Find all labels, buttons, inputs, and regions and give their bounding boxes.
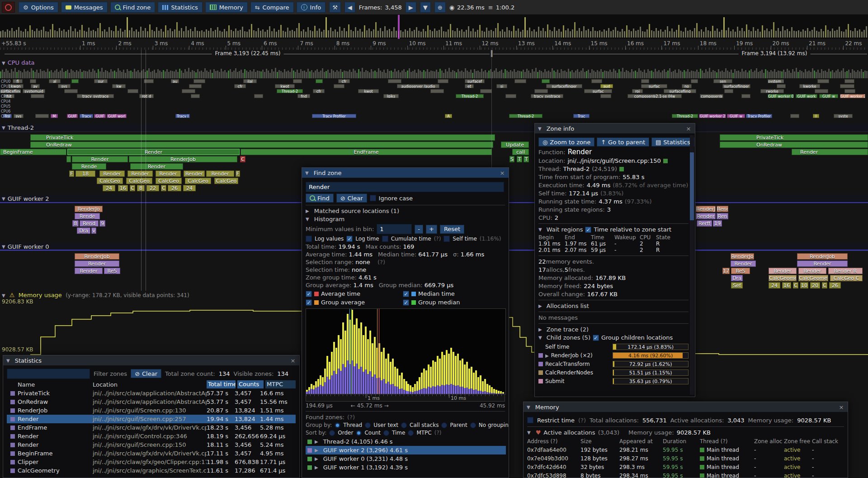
allocation-row[interactable]: 0x7dfaa64e00192 bytes298.21 ms59.95 sMai… (527, 445, 844, 454)
frame-bar[interactable] (719, 32, 720, 38)
frame-bar[interactable] (339, 27, 340, 38)
wait-column-header[interactable]: Begin (538, 234, 565, 241)
child-zones-label[interactable]: Child zones (5) (547, 334, 590, 341)
frame-bar[interactable] (95, 31, 96, 38)
timeline-zone[interactable]: OnRedraw (30, 142, 493, 148)
frame-bar[interactable] (61, 31, 62, 38)
help-icon[interactable]: (?) (721, 438, 728, 445)
timeline-zone[interactable]: 24 (183, 185, 196, 191)
frame-bar[interactable] (138, 32, 139, 38)
frame-bar[interactable] (787, 29, 788, 38)
frame-bar[interactable] (452, 30, 453, 38)
timeline-zone[interactable]: T (524, 156, 529, 162)
frame-bar[interactable] (800, 32, 802, 38)
frame-bar[interactable] (481, 31, 483, 38)
frame-bar[interactable] (495, 28, 496, 38)
frame-bar[interactable] (151, 30, 153, 38)
count-radio[interactable] (356, 430, 362, 436)
frame-bar[interactable] (280, 25, 282, 38)
frame-bar[interactable] (215, 30, 216, 38)
frame-bar[interactable] (364, 25, 365, 38)
frame-bar[interactable] (574, 22, 576, 38)
frame-bar[interactable] (608, 28, 609, 38)
timeline-zone[interactable]: 22 (146, 185, 159, 191)
timeline-zone[interactable]: 16 (118, 185, 128, 191)
frame-bar[interactable] (9, 31, 10, 38)
timeline-zone[interactable]: Render (769, 268, 797, 274)
frame-bar[interactable] (698, 31, 700, 38)
frame-bar[interactable] (224, 29, 225, 38)
frame-bar[interactable] (484, 32, 485, 38)
frame-bar[interactable] (468, 26, 469, 38)
timeline-zone[interactable]: F (236, 170, 240, 177)
cpu-zone[interactable]: kworke (799, 84, 820, 88)
memory-column-header[interactable]: Size (580, 438, 619, 445)
timeline-zone[interactable]: RenderJob (75, 253, 119, 260)
frame-bar[interactable] (14, 31, 15, 38)
frame-bar[interactable] (23, 32, 24, 38)
frame-bar[interactable] (158, 31, 160, 38)
cpu-zone[interactable]: GUIF worl (107, 114, 127, 118)
frame-bar[interactable] (106, 32, 108, 38)
timeline-zone[interactable]: Render (156, 170, 181, 177)
clear-button[interactable]: ⊘Clear (336, 194, 367, 203)
cpu-zone[interactable]: roi (632, 89, 643, 93)
column-header-total-time[interactable]: Total time (207, 380, 236, 388)
frame-bar[interactable] (52, 24, 53, 38)
frame-bar[interactable] (775, 31, 777, 38)
cpu-zone[interactable]: GUIF (94, 114, 106, 118)
frame-bar[interactable] (208, 31, 209, 38)
frame-bar[interactable] (662, 32, 664, 38)
frame-bar[interactable] (680, 31, 682, 38)
timeline-zone[interactable]: Rend (80, 220, 99, 227)
frame-bar[interactable] (375, 22, 377, 38)
frame-bar[interactable] (242, 27, 243, 38)
frame-bar[interactable] (809, 31, 811, 38)
timeline-zone[interactable]: Dra (731, 275, 743, 281)
timeline-zone[interactable]: C (240, 156, 245, 162)
frame-bar[interactable] (859, 29, 860, 38)
timeline-zone[interactable]: call (512, 149, 529, 155)
frame-bar[interactable] (249, 29, 250, 38)
cpu-zone[interactable] (35, 114, 49, 118)
frame-bar[interactable] (27, 31, 28, 38)
frame-bar[interactable] (50, 29, 51, 38)
table-row[interactable]: EndFramejni/../jni/src/claw/gfx/drv/vk/D… (7, 423, 296, 432)
frame-bar[interactable] (362, 32, 363, 38)
cpu-zone[interactable]: A (445, 114, 452, 118)
frame-bar[interactable] (359, 29, 361, 38)
frame-bar[interactable] (457, 28, 458, 38)
collapse-icon[interactable]: ▼ (2, 244, 5, 249)
timeline-zone[interactable]: 24 (103, 185, 115, 191)
frame-bar[interactable] (154, 31, 155, 38)
cpu-zone[interactable]: lgiks (383, 94, 399, 98)
bin-minus-button[interactable]: - (415, 225, 423, 234)
frame-bar[interactable] (651, 30, 652, 38)
timeline-zone[interactable]: Rende (72, 163, 106, 170)
frame-bar[interactable] (393, 27, 395, 38)
self-time-checkbox[interactable] (443, 236, 450, 242)
zoom-fit-button[interactable]: ⊕ (434, 2, 446, 13)
frame-bar[interactable] (597, 31, 598, 38)
collapse-icon[interactable]: ▼ (306, 217, 309, 222)
cpu-zone[interactable]: ilal (243, 79, 257, 83)
frame-bar[interactable] (303, 29, 304, 38)
frame-bar[interactable] (43, 27, 44, 38)
cpu-zone[interactable] (514, 79, 526, 83)
parent-radio[interactable] (441, 422, 447, 428)
frame-bar[interactable] (16, 30, 17, 38)
cpu-zone[interactable] (542, 79, 550, 83)
cpu-zone[interactable]: I (813, 114, 819, 118)
frame-bar[interactable] (658, 31, 659, 38)
frame-bar[interactable] (642, 31, 643, 38)
cpu-zone[interactable] (691, 79, 698, 83)
frame-bar[interactable] (145, 28, 146, 38)
collapse-icon[interactable]: ▼ (2, 125, 5, 130)
frame-bar[interactable] (793, 31, 795, 38)
frame-bar[interactable] (441, 27, 442, 38)
frame-bar[interactable] (836, 30, 838, 38)
frame-bar[interactable] (599, 30, 600, 38)
cpu-zone[interactable]: surfacefling (664, 89, 696, 93)
frame-bar[interactable] (41, 30, 42, 38)
frame-bar[interactable] (782, 26, 783, 38)
